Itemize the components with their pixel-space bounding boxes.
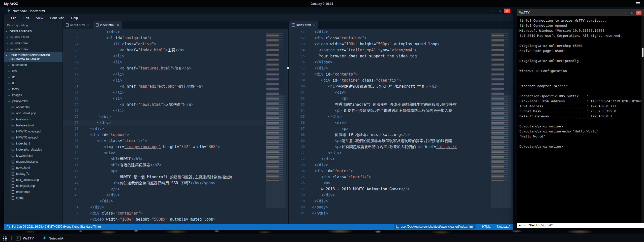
code-line[interactable]: 70 <p>如有問題或需要申請白名單,歡迎加入我們的 <a href="http… [289,144,489,150]
maximize-button[interactable]: □ [629,11,635,15]
code-line[interactable]: 62 <p> [289,95,489,101]
terminal-scrollbar[interactable] [641,16,644,223]
close-tab-icon[interactable]: ✕ [117,24,119,26]
file-item[interactable]: add_vhost.php [4,110,63,116]
tab-index.html[interactable]: index.html✕ [93,21,122,29]
code-line[interactable]: 45 <p> [63,168,264,174]
code-line[interactable]: 24 <li class="active"> [63,41,264,47]
file-item[interactable]: mapredirect.php [4,159,63,165]
code-line[interactable]: 32 </li> [63,89,264,95]
status-language[interactable]: HTML [482,225,490,228]
minimize-button[interactable]: ─ [623,11,628,15]
code-line[interactable]: 54 <source src="trailer.mp4" type="video… [289,47,489,53]
tab-about.html[interactable]: about.html✕ [63,21,93,29]
code-line[interactable]: 42 <div> [63,150,264,156]
code-line[interactable]: 71 </div> [289,150,489,156]
close-button[interactable]: ✕ [504,9,510,13]
code-line[interactable]: 44 <h2>香港的建築伺服器</h2> [63,162,264,168]
code-line[interactable]: 59 <div id="tagline" class="clearfix"> [289,77,489,83]
code-line[interactable]: 41 <img src="images/box.png" height="342… [63,144,264,150]
folder-item[interactable]: ▸css [4,68,63,74]
code-line[interactable]: 65 </div> [289,114,489,120]
file-item[interactable]: about.html [4,104,63,110]
open-editor-item[interactable]: ✕index.html [4,40,63,46]
code-line[interactable]: 55 Your browser does not support the vid… [289,53,489,59]
code-line[interactable]: 60 <h1>特別為建築及鐵路而設,現代化的 Minecraft 世界.</h1… [289,83,489,89]
start-menu-icon[interactable] [3,236,7,240]
close-editor-icon[interactable]: ✕ [6,36,10,39]
code-line[interactable]: 68 伺服器 IP 地址為: mcs.hkwtc.org</p> [289,132,489,138]
open-editor-item[interactable]: ✕index.html [4,46,63,52]
code-line[interactable]: 43 <h1>HKWTC</h1> [63,156,264,162]
code-line[interactable]: 39 <div id="topbox"> [63,132,264,138]
code-line[interactable]: 72 </div> [289,156,489,162]
hamburger-menu-icon[interactable] [636,2,640,5]
code-line[interactable]: 22 </div> [63,29,264,35]
code-line[interactable]: 67 <p> [289,126,489,132]
code-line[interactable]: 50 </div> [63,198,264,204]
folder-item[interactable]: ▸dc [4,74,63,80]
code-line[interactable]: 69 <p>請注意,我們的伺服器為確保玩家及遊玩時的質素,我們對的服務開 [289,138,489,144]
file-item[interactable]: features.html [4,122,63,128]
code-line[interactable]: 47 <b>你知道我們全線伺服器已轉用 SSD 了嗎?</b></span> [63,180,264,186]
code-line[interactable]: 35 </li> [63,108,264,114]
code-line[interactable]: 61 <div> [289,89,489,95]
code-line[interactable]: 38 </div> [63,126,264,132]
code-line[interactable]: 33 <li> [63,95,264,101]
status-file-path[interactable]: user/Desktop/screenshot/test/www cleaned… [394,224,476,229]
code-line[interactable]: 26 </li> [63,53,264,59]
close-editor-icon[interactable]: ✕ [6,48,10,51]
close-button[interactable]: ✕ [636,11,641,15]
file-item[interactable]: x.php [4,195,63,201]
code-line[interactable]: 51 </div> [289,29,489,35]
terminal-output[interactable]: [info] Connecting to arozos WsTTY servic… [517,16,641,223]
close-editor-icon[interactable]: ✕ [6,42,10,45]
tab-index.html[interactable]: index.html✕ [289,21,319,29]
code-line[interactable]: 27 <li> [63,59,264,65]
code-line[interactable]: 76 <p> [289,180,489,186]
file-item[interactable]: trailer.mp4 [4,189,63,195]
code-line[interactable]: 23 <ul id="navigation"> [63,35,264,41]
menu-font-size[interactable]: Font Size [47,14,68,21]
code-line[interactable]: 74 <div id="footer"> [289,168,489,174]
menu-edit[interactable]: Edit [20,14,33,21]
code-line[interactable]: 46 HKWTC 是一個 Minecraft 的建築伺服器,主要建築計劃包括鐵路 [63,174,264,180]
file-item[interactable]: favicon.ico [4,116,63,122]
file-item[interactable]: news.html [4,165,63,171]
code-line[interactable]: 30 <li> [63,77,264,83]
maximize-button[interactable]: □ [496,9,503,13]
close-tab-icon[interactable]: ✕ [87,24,89,26]
code-editor-left[interactable]: 22 </div>23 <ul id="navigation">24 <li c… [63,29,288,224]
code-line[interactable]: 78 </div> [289,192,489,198]
workspace-header[interactable]: ▾ USER:/DESKTOP/SCREENSHOT /TEST/WWW CLE… [4,52,63,62]
open-editor-item[interactable]: ✕about.html [4,34,63,40]
code-line[interactable]: 81 </html> [289,210,489,216]
code-line[interactable]: 31 <a href="mapredirect.php">網上地圖</a> [63,83,264,89]
wstty-titlebar[interactable]: WsTTY ─ □ ✕ [517,9,644,16]
code-line[interactable]: 63 在香港的Minecraft 伺服器中,多為小遊戲和純生存的伺服器,較少擁有 [289,101,489,108]
file-item[interactable]: location.html [4,153,63,159]
file-item[interactable]: testmysql.php [4,183,63,189]
close-tab-icon[interactable]: ✕ [313,24,315,26]
code-line[interactable]: 57 </div> [289,65,489,71]
file-item[interactable]: HKWTC rule.pdf [4,134,63,141]
file-item[interactable]: index.html [4,141,63,147]
menu-help[interactable]: Help [68,14,81,21]
code-line[interactable]: 48 </p> [63,186,264,192]
code-line[interactable]: 66 <div> [289,120,489,126]
menu-view[interactable]: View [33,14,47,21]
code-line[interactable]: 52 <div class="container"> [63,210,264,216]
code-area[interactable]: 51 </div>52 <div class="container">53 <v… [289,29,489,224]
folder-item[interactable]: ▸yamlyamlml [4,98,63,104]
file-item[interactable]: HKWTC notice.pdf [4,128,63,134]
code-line[interactable]: 77 © 2018 - 2019 HKWTC Animation Gamer</… [289,186,489,192]
code-line[interactable]: 75 <div class="clearfix"> [289,174,489,180]
code-line[interactable]: 37 </div> [63,120,264,126]
minimap[interactable] [491,29,511,224]
code-line[interactable]: 25 <a href="index.html">主頁</a> [63,47,264,53]
minimap[interactable] [266,29,286,224]
code-line[interactable]: 79 </div> [289,198,489,204]
file-item[interactable]: teabag.7z [4,171,63,177]
code-line[interactable]: 29 </li> [63,71,264,77]
folder-item[interactable]: ▸dl [4,80,63,86]
